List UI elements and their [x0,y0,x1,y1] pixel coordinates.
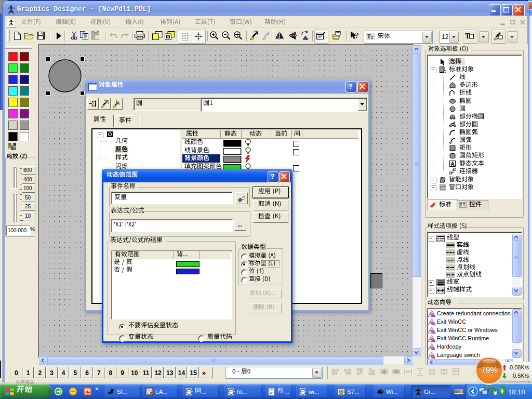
svg-text:T: T [370,35,374,40]
svg-text:A: A [451,161,455,167]
svg-text:?: ? [355,31,359,39]
